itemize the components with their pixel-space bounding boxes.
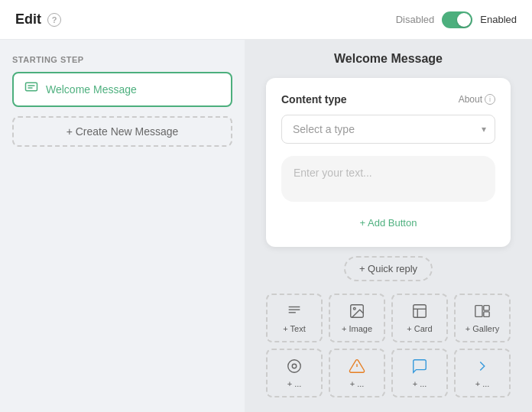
text-icon <box>286 303 303 320</box>
add-text-button[interactable]: + Text <box>266 294 323 342</box>
quick-reply-section: + Quick reply <box>344 256 433 281</box>
location-icon <box>286 358 303 375</box>
add-button-link[interactable]: + Add Button <box>360 217 417 229</box>
add-gallery-button[interactable]: + Gallery <box>454 294 511 342</box>
enabled-toggle[interactable] <box>442 11 472 28</box>
content-type-label: Content type <box>281 93 347 105</box>
svg-point-7 <box>353 307 355 310</box>
header-right: Disabled Enabled <box>396 11 517 28</box>
svg-rect-12 <box>484 306 489 310</box>
main-layout: Starting Step Welcome Message + Create N… <box>0 40 532 412</box>
add-redirect-button[interactable]: + ... <box>454 349 511 397</box>
add-card-label: + Card <box>407 324 432 333</box>
enabled-label: Enabled <box>480 14 517 25</box>
content-type-header: Content type About i <box>281 93 495 105</box>
add-image-label: + Image <box>342 324 372 333</box>
about-info-icon: i <box>485 94 495 105</box>
create-new-message-button[interactable]: + Create New Message <box>12 116 232 147</box>
gallery-icon <box>474 303 491 320</box>
add-alert-label: + ... <box>350 379 365 388</box>
about-text: About <box>459 94 482 105</box>
add-input-label: + ... <box>413 379 427 388</box>
add-alert-button[interactable]: + ... <box>329 349 385 397</box>
add-button-row: + Add Button <box>281 211 495 232</box>
add-input-button[interactable]: + ... <box>391 349 448 397</box>
sidebar: Starting Step Welcome Message + Create N… <box>0 40 245 412</box>
starting-step-label: Starting Step <box>12 55 232 64</box>
content-type-select-wrapper: Select a type Text Image Card Gallery ▾ <box>281 115 495 144</box>
header-left: Edit ? <box>15 11 61 28</box>
quick-reply-button[interactable]: + Quick reply <box>344 256 433 281</box>
content-panel: Welcome Message Content type About i Sel… <box>245 40 532 412</box>
image-icon <box>349 303 365 320</box>
page-title: Edit <box>15 11 41 28</box>
add-text-label: + Text <box>283 324 305 333</box>
content-type-select[interactable]: Select a type Text Image Card Gallery <box>281 115 495 144</box>
add-location-label: + ... <box>287 379 302 388</box>
text-bubble[interactable]: Enter your text... <box>281 156 495 202</box>
svg-point-15 <box>292 364 297 368</box>
content-types-grid-row2: + ... + ... + ... <box>266 349 511 397</box>
add-location-button[interactable]: + ... <box>266 349 323 397</box>
svg-rect-11 <box>475 306 482 317</box>
warning-icon <box>349 358 365 375</box>
redirect-icon <box>474 358 491 375</box>
add-card-button[interactable]: + Card <box>391 294 448 342</box>
svg-point-14 <box>288 360 301 373</box>
card-icon <box>411 303 428 320</box>
svg-rect-0 <box>26 83 37 91</box>
text-bubble-placeholder: Enter your text... <box>294 167 372 179</box>
help-icon[interactable]: ? <box>47 13 61 27</box>
add-image-button[interactable]: + Image <box>329 294 385 342</box>
welcome-message-item[interactable]: Welcome Message <box>12 72 232 107</box>
add-redirect-label: + ... <box>475 379 490 388</box>
svg-rect-13 <box>484 312 489 316</box>
input-icon <box>411 358 428 375</box>
add-gallery-label: + Gallery <box>466 324 499 333</box>
welcome-message-label: Welcome Message <box>46 83 137 96</box>
about-link[interactable]: About i <box>459 94 495 105</box>
disabled-label: Disabled <box>396 14 435 25</box>
message-card: Content type About i Select a type Text … <box>266 78 511 247</box>
header: Edit ? Disabled Enabled <box>0 0 532 40</box>
svg-rect-8 <box>414 305 427 318</box>
message-icon <box>24 81 38 98</box>
content-types-grid: + Text + Image + Card <box>266 294 511 342</box>
panel-title: Welcome Message <box>334 52 443 66</box>
